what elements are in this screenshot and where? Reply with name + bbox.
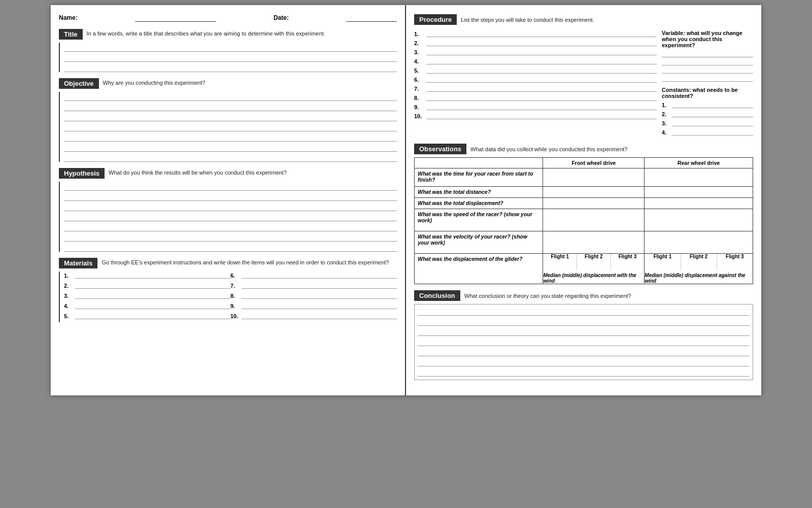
- title-line-2[interactable]: [64, 53, 397, 62]
- hypothesis-lined-area: [59, 182, 397, 252]
- conc-line-2[interactable]: [418, 317, 750, 326]
- procedure-header: Procedure: [414, 14, 457, 25]
- obs-label-displacement: What was the total displacement?: [415, 198, 543, 209]
- left-panel: Name: Date: Title In a few words, write …: [51, 5, 406, 395]
- step-7: 7.: [414, 85, 657, 92]
- obs-label-velocity: What was the velocity of your racer? (sh…: [415, 231, 543, 254]
- hyp-line-5[interactable]: [64, 222, 397, 231]
- material-item-2: 2.: [64, 282, 230, 289]
- obs-fwd-distance[interactable]: [543, 187, 645, 198]
- obj-line-4[interactable]: [64, 122, 397, 131]
- title-line-1[interactable]: [64, 43, 397, 52]
- rwd-f1-data[interactable]: [645, 260, 681, 270]
- title-header: Title: [59, 29, 83, 40]
- step-1: 1.: [414, 30, 657, 37]
- step-9: 9.: [414, 103, 657, 110]
- step-3: 3.: [414, 48, 657, 55]
- hyp-line-1[interactable]: [64, 182, 397, 191]
- hyp-line-2[interactable]: [64, 192, 397, 201]
- step-6: 6.: [414, 76, 657, 83]
- objective-lined-area: [59, 92, 397, 162]
- rwd-flight1-label: Flight 1: [645, 254, 681, 260]
- observations-section: Observations What data did you collect w…: [414, 144, 753, 284]
- obj-line-3[interactable]: [64, 112, 397, 121]
- obs-label-distance: What was the total distance?: [415, 187, 543, 198]
- conc-line-5[interactable]: [418, 347, 750, 356]
- obs-row-velocity: What was the velocity of your racer? (sh…: [415, 231, 753, 254]
- fwd-flight3-label: Flight 3: [611, 254, 645, 260]
- right-panel: Procedure List the steps you will take t…: [406, 5, 761, 395]
- obs-label-time: What was the time for your racer from st…: [415, 168, 543, 187]
- obs-row-time: What was the time for your racer from st…: [415, 168, 753, 187]
- hyp-line-4[interactable]: [64, 212, 397, 221]
- hypothesis-section: Hypothesis What do you think the results…: [59, 168, 397, 252]
- objective-header: Objective: [59, 78, 99, 89]
- obj-line-1[interactable]: [64, 92, 397, 101]
- obs-label-glider: What was the displacement of the glider?: [415, 254, 543, 284]
- variable-box: Variable: what will you change when you …: [662, 30, 753, 82]
- date-field[interactable]: [346, 14, 397, 22]
- obs-fwd-glider: Flight 1 Flight 2 Flight 3 Median (middl…: [543, 254, 645, 284]
- rwd-median-label: Median (middle) displacement against the…: [645, 270, 753, 284]
- obj-line-6[interactable]: [64, 143, 397, 152]
- name-field[interactable]: [135, 14, 216, 22]
- obs-rwd-distance[interactable]: [645, 187, 753, 198]
- obs-row-speed: What was the speed of the racer? (show y…: [415, 209, 753, 231]
- obs-rwd-displacement[interactable]: [645, 198, 753, 209]
- obs-rwd-velocity[interactable]: [645, 231, 753, 254]
- fwd-f2-data[interactable]: [577, 260, 611, 270]
- material-item-10: 10.: [230, 312, 397, 319]
- hypothesis-header: Hypothesis: [59, 168, 105, 179]
- materials-list: 1. 2. 3. 4.: [59, 272, 397, 322]
- obs-fwd-time[interactable]: [543, 168, 645, 187]
- material-item-6: 6.: [230, 272, 397, 279]
- obs-fwd-speed[interactable]: [543, 209, 645, 231]
- material-item-3: 3.: [64, 292, 230, 299]
- conc-line-7[interactable]: [418, 367, 750, 377]
- constant-3: 3.: [662, 119, 753, 126]
- observations-desc: What data did you collect while you cond…: [470, 145, 627, 153]
- title-lined-area: [59, 43, 397, 72]
- constant-2: 2.: [662, 110, 753, 117]
- obj-line-5[interactable]: [64, 132, 397, 142]
- material-item-9: 9.: [230, 302, 397, 309]
- obj-line-2[interactable]: [64, 102, 397, 111]
- obs-rwd-speed[interactable]: [645, 209, 753, 231]
- hyp-line-6[interactable]: [64, 232, 397, 242]
- obs-col-rwd: Rear wheel drive: [645, 158, 753, 168]
- procedure-desc: List the steps you will take to conduct …: [461, 15, 594, 24]
- obj-line-7[interactable]: [64, 153, 397, 162]
- conc-line-4[interactable]: [418, 337, 750, 346]
- conc-line-1[interactable]: [418, 307, 750, 316]
- conc-line-3[interactable]: [418, 327, 750, 336]
- observations-header: Observations: [414, 144, 466, 154]
- material-item-1: 1.: [64, 272, 230, 279]
- step-8: 8.: [414, 94, 657, 101]
- hyp-line-7[interactable]: [64, 243, 397, 252]
- materials-section: Materials Go through EE's experiment ins…: [59, 258, 397, 322]
- conc-line-6[interactable]: [418, 357, 750, 366]
- fwd-f1-data[interactable]: [543, 260, 577, 270]
- observations-table: Front wheel drive Rear wheel drive What …: [414, 157, 753, 284]
- obs-rwd-time[interactable]: [645, 168, 753, 187]
- fwd-flight1-label: Flight 1: [543, 254, 577, 260]
- obs-label-speed: What was the speed of the racer? (show y…: [415, 209, 543, 231]
- obs-fwd-velocity[interactable]: [543, 231, 645, 254]
- obs-fwd-displacement[interactable]: [543, 198, 645, 209]
- fwd-flight2-label: Flight 2: [577, 254, 611, 260]
- hyp-line-3[interactable]: [64, 202, 397, 211]
- constants-box: Constants: what needs to be consistent? …: [662, 87, 753, 136]
- step-4: 4.: [414, 57, 657, 64]
- conclusion-section: Conclusion What conclusion or theory can…: [414, 290, 753, 380]
- step-2: 2.: [414, 39, 657, 46]
- materials-col-left: 1. 2. 3. 4.: [64, 272, 230, 322]
- rwd-f3-data[interactable]: [717, 260, 753, 270]
- fwd-f3-data[interactable]: [611, 260, 645, 270]
- materials-header: Materials: [59, 258, 97, 268]
- rwd-f2-data[interactable]: [681, 260, 717, 270]
- title-desc: In a few words, write a title that descr…: [87, 29, 325, 38]
- procedure-steps-list: 1. 2. 3. 4.: [414, 30, 657, 138]
- title-line-3[interactable]: [64, 63, 397, 72]
- materials-col-right: 6. 7. 8. 9.: [230, 272, 397, 322]
- conclusion-header: Conclusion: [414, 290, 460, 301]
